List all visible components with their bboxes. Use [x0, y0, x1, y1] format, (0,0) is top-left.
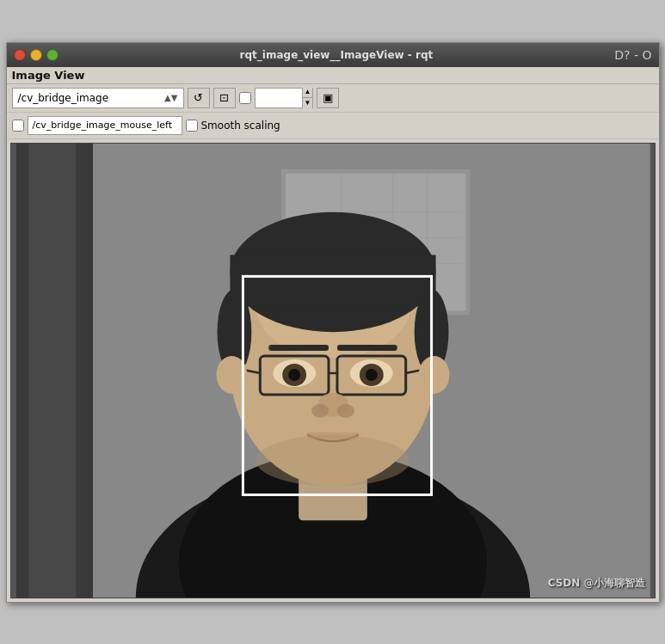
svg-rect-23: [336, 345, 397, 351]
mouse-topic-checkbox[interactable]: [12, 120, 24, 132]
mouse-topic-value: /cv_bridge_image_mouse_left: [33, 120, 173, 131]
close-button[interactable]: [14, 49, 26, 61]
toolbar-checkbox[interactable]: [239, 92, 251, 104]
main-window: rqt_image_view__ImageView - rqt D? - O I…: [6, 42, 660, 603]
topic-dropdown[interactable]: /cv_bridge_image ▲▼: [12, 88, 184, 108]
window-title: rqt_image_view__ImageView - rqt: [64, 49, 610, 61]
menu-bar: Image View: [7, 67, 659, 84]
help-icon[interactable]: D? - O: [614, 48, 651, 62]
svg-rect-3: [28, 144, 76, 598]
refresh-button[interactable]: ↺: [188, 88, 210, 108]
svg-point-37: [336, 403, 354, 417]
topic-value: /cv_bridge_image: [18, 92, 109, 104]
zoom-input[interactable]: 10.00m: [256, 89, 302, 107]
mouse-topic-label[interactable]: [12, 120, 24, 132]
refresh-icon: ↺: [194, 91, 203, 104]
fit-icon: ▣: [323, 91, 333, 104]
title-bar: rqt_image_view__ImageView - rqt D? - O: [7, 43, 659, 67]
window-controls: [14, 49, 58, 61]
checkbox-row: /cv_bridge_image_mouse_left Smooth scali…: [7, 113, 659, 139]
image-canvas: [11, 144, 655, 598]
svg-rect-22: [268, 345, 329, 351]
spin-up-button[interactable]: ▲: [303, 88, 313, 99]
panel-title: Image View: [12, 69, 85, 82]
watermark: CSDN @小海聊智造: [548, 576, 646, 591]
smooth-scaling-text: Smooth scaling: [201, 120, 280, 132]
svg-point-40: [418, 356, 449, 394]
svg-point-33: [288, 369, 300, 381]
maximize-button[interactable]: [46, 49, 58, 61]
svg-point-34: [365, 369, 377, 381]
minimize-button[interactable]: [30, 49, 42, 61]
zoom-spinbox[interactable]: 10.00m ▲ ▼: [255, 88, 314, 108]
image-container: CSDN @小海聊智造: [10, 143, 656, 598]
spin-arrows: ▲ ▼: [302, 88, 313, 108]
snapshot-icon: ⊡: [219, 91, 229, 104]
snapshot-button[interactable]: ⊡: [213, 88, 236, 108]
svg-rect-19: [230, 255, 435, 306]
svg-point-36: [311, 403, 329, 417]
spin-down-button[interactable]: ▼: [303, 98, 313, 108]
title-right-icons: D? - O: [614, 48, 651, 62]
mouse-topic-box[interactable]: /cv_bridge_image_mouse_left: [28, 116, 182, 135]
fit-button[interactable]: ▣: [317, 88, 339, 108]
toolbar-row-1: /cv_bridge_image ▲▼ ↺ ⊡ 10.00m ▲ ▼ ▣: [7, 84, 659, 113]
dropdown-arrow-icon: ▲▼: [164, 93, 177, 102]
svg-point-41: [256, 434, 409, 486]
smooth-scaling-checkbox[interactable]: [186, 120, 198, 132]
smooth-scaling-label[interactable]: Smooth scaling: [186, 120, 280, 132]
